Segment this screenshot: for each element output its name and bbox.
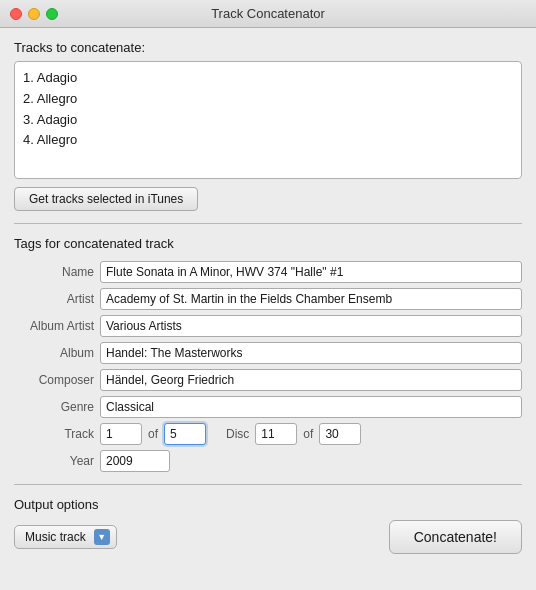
window-controls[interactable] [10, 8, 58, 20]
track-number-input[interactable] [100, 423, 142, 445]
divider [14, 223, 522, 224]
track-of-label: of [148, 427, 158, 441]
list-item: 3. Adagio [23, 110, 513, 131]
album-artist-label: Album Artist [14, 319, 94, 333]
output-footer: Music track ▼ Concatenate! [14, 520, 522, 554]
output-section-label: Output options [14, 497, 522, 512]
disc-number-input[interactable] [255, 423, 297, 445]
artist-input[interactable] [100, 288, 522, 310]
disc-of-label: of [303, 427, 313, 441]
tracks-section: Tracks to concatenate: 1. Adagio 2. Alle… [14, 40, 522, 211]
composer-input[interactable] [100, 369, 522, 391]
year-input[interactable] [100, 450, 170, 472]
title-bar: Track Concatenator [0, 0, 536, 28]
track-disc-row: of Disc of [100, 423, 522, 445]
name-label: Name [14, 265, 94, 279]
album-artist-input[interactable] [100, 315, 522, 337]
tracks-list: 1. Adagio 2. Allegro 3. Adagio 4. Allegr… [14, 61, 522, 179]
output-section: Output options Music track ▼ Concatenate… [14, 497, 522, 554]
list-item: 1. Adagio [23, 68, 513, 89]
artist-label: Artist [14, 292, 94, 306]
divider-2 [14, 484, 522, 485]
year-row [100, 450, 522, 472]
tracks-section-label: Tracks to concatenate: [14, 40, 522, 55]
name-input[interactable] [100, 261, 522, 283]
maximize-button[interactable] [46, 8, 58, 20]
track-total-input[interactable] [164, 423, 206, 445]
concatenate-button[interactable]: Concatenate! [389, 520, 522, 554]
tags-section: Tags for concatenated track Name Artist … [14, 236, 522, 472]
minimize-button[interactable] [28, 8, 40, 20]
form-grid: Name Artist Album Artist Album Composer … [14, 261, 522, 472]
disc-label: Disc [226, 427, 249, 441]
composer-label: Composer [14, 373, 94, 387]
dropdown-label: Music track [25, 530, 86, 544]
genre-label: Genre [14, 400, 94, 414]
disc-total-input[interactable] [319, 423, 361, 445]
genre-input[interactable] [100, 396, 522, 418]
year-label: Year [14, 454, 94, 468]
tags-section-label: Tags for concatenated track [14, 236, 522, 251]
output-type-dropdown[interactable]: Music track ▼ [14, 525, 117, 549]
album-label: Album [14, 346, 94, 360]
close-button[interactable] [10, 8, 22, 20]
main-content: Tracks to concatenate: 1. Adagio 2. Alle… [0, 28, 536, 566]
list-item: 4. Allegro [23, 130, 513, 151]
window-title: Track Concatenator [211, 6, 325, 21]
album-input[interactable] [100, 342, 522, 364]
get-tracks-button[interactable]: Get tracks selected in iTunes [14, 187, 198, 211]
list-item: 2. Allegro [23, 89, 513, 110]
dropdown-arrow-icon: ▼ [94, 529, 110, 545]
track-label: Track [14, 427, 94, 441]
